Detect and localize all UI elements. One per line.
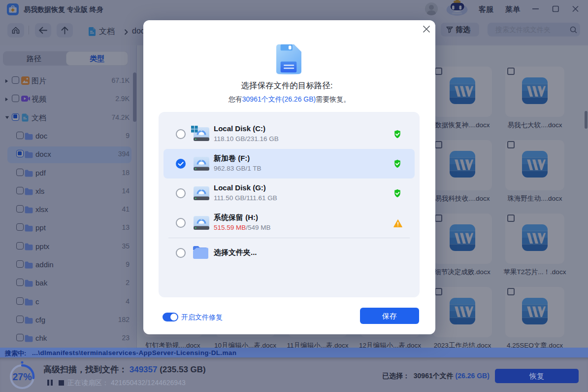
- svg-text:27%: 27%: [12, 371, 32, 382]
